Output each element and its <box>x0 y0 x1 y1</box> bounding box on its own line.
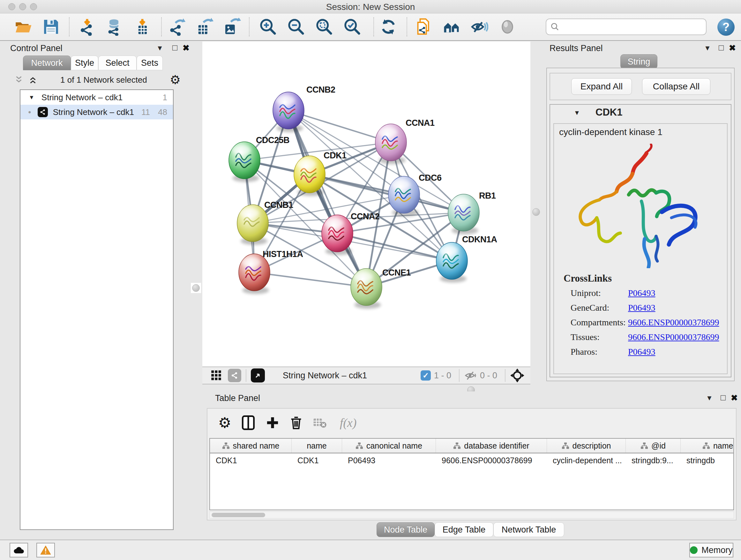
column-header-database-identifier[interactable]: database identifier <box>436 439 547 453</box>
collapse-all-chevron-icon[interactable] <box>14 75 23 84</box>
panel-collapse-icon[interactable]: ▼ <box>704 44 711 52</box>
column-header-shared-name[interactable]: shared name <box>210 439 292 453</box>
panel-close-icon[interactable]: ✖ <box>729 43 736 53</box>
memory-button[interactable]: Memory <box>689 543 733 557</box>
search-input[interactable] <box>560 22 697 32</box>
function-builder-button[interactable]: f(x) <box>334 413 362 433</box>
zoom-selected-button[interactable] <box>343 17 362 37</box>
clone-network-button[interactable] <box>414 17 433 37</box>
network-node-hist1h1a[interactable]: HIST1H1A <box>239 249 303 294</box>
panel-float-icon[interactable]: □ <box>172 43 178 53</box>
left-splitter-handle[interactable] <box>191 283 201 293</box>
crosslink-pharos-link[interactable]: P06493 <box>628 347 656 357</box>
network-edge[interactable] <box>254 272 366 287</box>
network-node-ccna1[interactable]: CCNA1 <box>375 118 434 164</box>
import-database-button[interactable] <box>105 17 124 37</box>
control-panel: Control Panel ▼ □ ✖ Network Style Select… <box>3 42 189 536</box>
collapse-all-button[interactable]: Collapse All <box>642 78 711 95</box>
crosslink-compartments-link[interactable]: 9606.ENSP00000378699 <box>628 317 719 327</box>
search-field[interactable] <box>546 18 706 35</box>
import-network-button[interactable] <box>77 17 97 37</box>
column-header-description[interactable]: description <box>547 439 626 453</box>
selected-nodes-checkbox[interactable]: ✓ <box>421 370 431 381</box>
network-edge[interactable] <box>288 111 366 287</box>
gene-expand-icon[interactable]: ▼ <box>574 109 580 117</box>
node-label: CDC25B <box>256 135 289 145</box>
help-question-icon: ? <box>723 20 730 34</box>
expand-all-chevron-icon[interactable] <box>28 75 38 84</box>
zoom-out-icon <box>287 18 305 36</box>
add-column-button[interactable] <box>262 413 283 433</box>
zoom-fit-button[interactable] <box>315 17 334 37</box>
save-session-button[interactable] <box>42 17 61 37</box>
network-node-cdkn1a[interactable]: CDKN1A <box>436 235 497 283</box>
grid-view-icon[interactable] <box>211 370 222 381</box>
delete-table-button[interactable] <box>310 413 330 433</box>
show-columns-button[interactable] <box>238 413 259 433</box>
birdseye-toggle-icon[interactable] <box>251 368 265 382</box>
column-header-namespace[interactable]: namespace <box>681 439 734 453</box>
crosslink-uniprot-link[interactable]: P06493 <box>628 288 656 298</box>
export-table-button[interactable] <box>195 17 214 37</box>
warning-status-button[interactable] <box>37 543 55 557</box>
cloud-status-button[interactable] <box>10 543 28 557</box>
birdseye-houses-button[interactable] <box>442 17 461 37</box>
tab-select[interactable]: Select <box>98 56 137 70</box>
expand-all-button[interactable]: Expand All <box>571 78 632 95</box>
check-icon: ✓ <box>422 371 429 380</box>
network-options-gear-icon[interactable]: ⚙ <box>170 73 181 87</box>
refresh-button[interactable] <box>379 17 398 37</box>
tab-edge-table[interactable]: Edge Table <box>434 522 493 537</box>
column-header-id[interactable]: @id <box>626 439 681 453</box>
hide-selected-button[interactable] <box>470 17 489 37</box>
share-view-icon[interactable] <box>228 369 241 382</box>
toolbar-separator <box>69 17 70 37</box>
network-node-ccna2[interactable]: CCNA2 <box>322 212 380 255</box>
column-header-canonical-name[interactable]: canonical name <box>342 439 436 453</box>
tab-network[interactable]: Network <box>23 56 71 70</box>
table-row[interactable]: CDK1 CDK1 P06493 9606.ENSP00000378699 cy… <box>210 453 733 468</box>
tree-expand-icon[interactable]: ▼ <box>29 94 35 101</box>
crosslink-genecard-link[interactable]: P06493 <box>628 303 656 313</box>
network-row-selected[interactable]: ● String Network – cdk1 11 48 <box>20 105 173 119</box>
tab-network-table[interactable]: Network Table <box>493 522 564 537</box>
table-container: ⚙ <box>207 408 737 520</box>
tab-string[interactable]: String <box>620 54 657 69</box>
zoom-in-button[interactable] <box>259 17 278 37</box>
tab-sets[interactable]: Sets <box>137 56 163 70</box>
right-splitter-handle[interactable] <box>531 207 541 217</box>
network-node-ccnb1[interactable]: CCNB1 <box>237 200 293 245</box>
help-button[interactable]: ? <box>718 18 735 36</box>
tab-node-table[interactable]: Node Table <box>377 522 434 537</box>
table-horizontal-scrollbar[interactable] <box>209 511 734 518</box>
zoom-out-button[interactable] <box>286 17 306 37</box>
show-all-button[interactable] <box>498 17 517 37</box>
network-node-rb1[interactable]: RB1 <box>448 191 496 234</box>
network-view-canvas[interactable]: CCNB2CCNA1CDC25BCDK1CDC6RB1CCNB1CCNA2CDK… <box>202 42 530 367</box>
column-type-icon <box>641 442 648 449</box>
export-image-button[interactable] <box>222 17 242 37</box>
panel-float-icon[interactable]: □ <box>721 393 726 402</box>
open-session-button[interactable] <box>13 17 32 37</box>
scrollbar-thumb[interactable] <box>212 513 265 517</box>
crosslink-tissues-link[interactable]: 9606.ENSP00000378699 <box>628 332 719 342</box>
panel-float-icon[interactable]: □ <box>719 43 724 53</box>
hidden-eye-slash-icon[interactable] <box>464 369 477 382</box>
network-node-ccne1[interactable]: CCNE1 <box>351 268 411 309</box>
panel-collapse-icon[interactable]: ▼ <box>706 394 713 402</box>
crosshair-icon[interactable] <box>510 368 525 383</box>
panel-collapse-icon[interactable]: ▼ <box>156 44 163 52</box>
export-network-button[interactable] <box>167 17 187 37</box>
network-collection-row[interactable]: ▼ String Network – cdk1 1 <box>20 90 173 105</box>
panel-close-icon[interactable]: ✖ <box>183 43 190 53</box>
import-table-button[interactable] <box>133 17 152 37</box>
node-table[interactable]: shared name name canonical name database… <box>209 438 734 510</box>
panel-close-icon[interactable]: ✖ <box>731 393 738 403</box>
table-settings-button[interactable]: ⚙ <box>214 413 235 433</box>
delete-column-button[interactable] <box>286 413 307 433</box>
string-network-graph[interactable]: CCNB2CCNA1CDC25BCDK1CDC6RB1CCNB1CCNA2CDK… <box>202 42 530 367</box>
column-header-name[interactable]: name <box>292 439 342 453</box>
save-floppy-icon <box>43 18 60 36</box>
tab-style[interactable]: Style <box>71 56 98 70</box>
column-label: shared name <box>233 441 280 450</box>
